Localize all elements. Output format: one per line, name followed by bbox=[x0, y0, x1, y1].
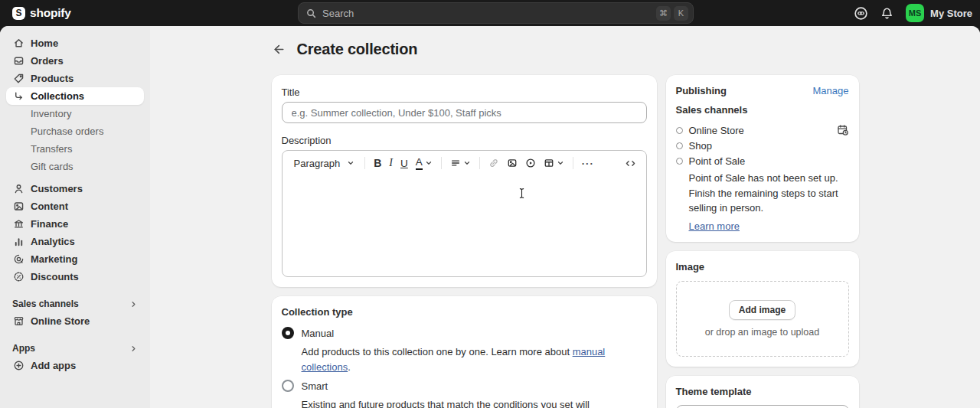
manage-link[interactable]: Manage bbox=[813, 85, 849, 96]
home-icon bbox=[12, 38, 24, 49]
chevron-right-icon bbox=[129, 344, 138, 353]
sidebar-item-finance[interactable]: Finance bbox=[6, 215, 144, 233]
text-color-label: A bbox=[416, 157, 423, 170]
manual-description: Add products to this collection one by o… bbox=[302, 344, 647, 375]
add-image-button[interactable]: Add image bbox=[729, 300, 795, 320]
insert-link-button[interactable] bbox=[485, 155, 503, 171]
sidekick-assistant-icon[interactable] bbox=[854, 6, 868, 21]
store-name: My Store bbox=[930, 8, 972, 19]
image-dropzone[interactable]: Add image or drop an image to upload bbox=[676, 281, 849, 357]
main-content: Create collection Title Description Para… bbox=[150, 26, 980, 408]
sidebar-section-apps[interactable]: Apps bbox=[6, 340, 144, 357]
sidebar-item-label: Transfers bbox=[31, 143, 72, 155]
account-menu[interactable]: MS My Store bbox=[906, 4, 972, 22]
manual-desc-period: . bbox=[348, 361, 351, 373]
theme-template-select[interactable]: Default collection bbox=[676, 405, 849, 408]
title-description-card: Title Description Paragraph bbox=[272, 75, 657, 287]
media-image-icon bbox=[12, 201, 24, 212]
collection-title-input[interactable] bbox=[282, 102, 647, 123]
sidebar-item-products[interactable]: Products bbox=[6, 70, 144, 87]
sidebar-item-label: Home bbox=[31, 38, 58, 49]
text-cursor-icon bbox=[518, 188, 525, 199]
insert-table-button[interactable] bbox=[540, 155, 568, 171]
sidebar-item-add-apps[interactable]: Add apps bbox=[6, 357, 144, 374]
description-editor: Paragraph B I U A bbox=[282, 150, 647, 277]
more-formatting-button[interactable]: ··· bbox=[578, 155, 598, 171]
channel-bullet-icon bbox=[676, 142, 683, 149]
sidebar-item-analytics[interactable]: Analytics bbox=[6, 233, 144, 250]
channel-row-shop: Shop bbox=[676, 138, 849, 153]
sidebar-item-online-store[interactable]: Online Store bbox=[6, 312, 144, 330]
sidebar-item-label: Gift cards bbox=[31, 161, 74, 172]
smart-radio-option[interactable]: Smart bbox=[282, 380, 647, 392]
toolbar-divider bbox=[573, 157, 573, 169]
store-avatar: MS bbox=[906, 4, 924, 22]
show-html-button[interactable] bbox=[621, 155, 640, 171]
sidebar-item-label: Products bbox=[31, 73, 74, 84]
image-card: Image Add image or drop an image to uplo… bbox=[666, 251, 859, 367]
global-search[interactable]: ⌘ K bbox=[298, 2, 694, 24]
sidebar-section-sales-channels[interactable]: Sales channels bbox=[6, 295, 144, 312]
title-label: Title bbox=[282, 86, 647, 98]
toolbar-divider bbox=[364, 157, 365, 169]
pos-setup-note: Point of Sale has not been set up. Finis… bbox=[689, 171, 849, 216]
shopify-bag-icon: S bbox=[12, 7, 25, 20]
sidebar-item-purchase-orders[interactable]: Purchase orders bbox=[6, 122, 144, 140]
notifications-bell-icon[interactable] bbox=[880, 7, 893, 20]
sidebar-item-orders[interactable]: Orders bbox=[6, 52, 144, 70]
sidebar-item-gift-cards[interactable]: Gift cards bbox=[6, 158, 144, 175]
insert-video-button[interactable] bbox=[521, 155, 540, 171]
manual-radio-option[interactable]: Manual bbox=[282, 327, 647, 339]
chevron-right-icon bbox=[129, 300, 138, 308]
sidebar-item-label: Orders bbox=[31, 55, 64, 67]
sidebar-item-transfers[interactable]: Transfers bbox=[6, 140, 144, 158]
paragraph-style-dropdown[interactable]: Paragraph bbox=[289, 155, 361, 171]
channel-row-point-of-sale: Point of Sale bbox=[676, 153, 849, 168]
chevron-down-icon bbox=[557, 159, 564, 167]
sidebar-item-discounts[interactable]: Discounts bbox=[6, 268, 144, 286]
sidebar-item-content[interactable]: Content bbox=[6, 197, 144, 215]
bold-button[interactable]: B bbox=[370, 155, 385, 171]
text-color-button[interactable]: A bbox=[412, 155, 436, 172]
description-textarea[interactable] bbox=[283, 174, 646, 273]
sidebar-item-label: Customers bbox=[31, 183, 83, 194]
sidebar-item-label: Inventory bbox=[31, 108, 71, 119]
sidebar-item-label: Content bbox=[31, 201, 68, 212]
search-icon bbox=[305, 8, 317, 19]
sidebar-item-marketing[interactable]: Marketing bbox=[6, 250, 144, 268]
topbar: S shopify ⌘ K bbox=[0, 0, 980, 26]
smart-description: Existing and future products that match … bbox=[302, 397, 647, 408]
insert-image-button[interactable] bbox=[503, 155, 521, 171]
radio-selected-icon[interactable] bbox=[282, 327, 294, 339]
publishing-card: Publishing Manage Sales channels Online … bbox=[666, 75, 859, 242]
sales-channels-subheading: Sales channels bbox=[676, 104, 849, 116]
theme-template-card: Theme template Default collection bbox=[666, 376, 859, 408]
sidebar-item-label: Analytics bbox=[31, 236, 75, 247]
drop-hint-text: or drop an image to upload bbox=[705, 327, 819, 338]
back-button[interactable] bbox=[269, 38, 290, 60]
sidebar-item-label: Add apps bbox=[31, 360, 76, 371]
section-label: Sales channels bbox=[12, 299, 79, 309]
underline-button[interactable]: U bbox=[397, 155, 412, 171]
text-align-button[interactable] bbox=[446, 155, 475, 171]
manual-desc-text: Add products to this collection one by o… bbox=[302, 346, 573, 357]
learn-more-link[interactable]: Learn more bbox=[689, 220, 740, 232]
sidebar-item-customers[interactable]: Customers bbox=[6, 180, 144, 197]
smart-label: Smart bbox=[302, 380, 328, 392]
toolbar-divider bbox=[441, 157, 442, 169]
theme-template-heading: Theme template bbox=[676, 386, 849, 397]
chevron-down-icon bbox=[463, 159, 471, 167]
search-input[interactable] bbox=[322, 8, 651, 19]
elbow-arrow-icon bbox=[12, 90, 24, 102]
publishing-heading: Publishing bbox=[676, 85, 727, 96]
italic-button[interactable]: I bbox=[385, 155, 397, 171]
k-key: K bbox=[674, 6, 688, 21]
shopify-logo[interactable]: S shopify bbox=[12, 6, 71, 20]
channel-bullet-icon bbox=[676, 127, 683, 134]
sidebar-item-home[interactable]: Home bbox=[6, 34, 144, 52]
radio-unselected-icon[interactable] bbox=[282, 380, 294, 392]
schedule-calendar-icon[interactable] bbox=[837, 124, 849, 136]
bank-icon bbox=[12, 218, 24, 230]
sidebar-item-inventory[interactable]: Inventory bbox=[6, 105, 144, 122]
sidebar-item-collections[interactable]: Collections bbox=[6, 87, 144, 105]
